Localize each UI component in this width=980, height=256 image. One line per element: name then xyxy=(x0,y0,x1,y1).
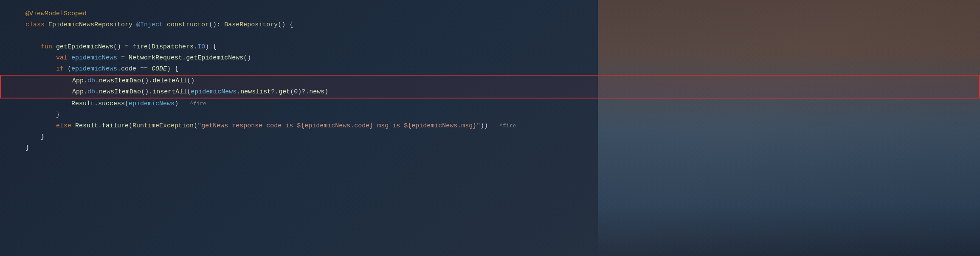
insert-all-method: insertAll xyxy=(152,87,187,97)
get-epidemic-method: getEpidemicNews xyxy=(186,53,243,63)
success-paren-close: ) xyxy=(175,99,190,109)
caret-fire-2: ^fire xyxy=(499,122,516,131)
delete-all-method: deleteAll xyxy=(152,76,187,86)
success-paren-open: ( xyxy=(125,99,129,109)
code-line-4: fun getEpidemicNews() = fire(Dispatchers… xyxy=(0,42,980,53)
failure-method: failure xyxy=(102,121,129,131)
get-paren: (0)?. xyxy=(290,87,309,97)
bracket-close-3: } xyxy=(25,143,29,153)
dot-1: . xyxy=(194,42,197,52)
method-paren: () = xyxy=(113,42,132,52)
app-ref: App xyxy=(72,76,84,86)
exception-paren: ( xyxy=(194,121,197,131)
code-line-1: @ViewModelScoped xyxy=(0,8,980,20)
fire-paren: ( xyxy=(148,42,152,52)
indent-1b xyxy=(25,132,41,142)
indent-2d xyxy=(25,121,56,131)
network-request-ref: NetworkRequest xyxy=(129,53,182,63)
io-ref: IO xyxy=(197,42,205,52)
success-method: success xyxy=(98,99,125,109)
val-keyword: val xyxy=(56,53,71,63)
caret-fire-1: ^fire xyxy=(190,100,206,109)
code-line-8: App.db.newsItemDao().insertAll(epidemicN… xyxy=(0,87,980,98)
equals-1: = xyxy=(117,53,129,63)
base-class: BaseRepository xyxy=(224,20,278,30)
epidemic-success-ref: epidemicNews xyxy=(129,99,175,109)
db-ref: db xyxy=(87,76,95,86)
newslist-ref: newslist xyxy=(240,87,271,97)
runtime-exception: RuntimeException xyxy=(132,121,194,131)
fun-keyword: fun xyxy=(41,42,56,52)
indent-2c xyxy=(25,110,56,120)
bracket-close-1: } xyxy=(56,110,60,120)
get-method: get xyxy=(279,87,290,97)
indent-3c xyxy=(25,99,71,109)
news-item-dao-delete: newsItemDao xyxy=(99,76,141,86)
if-keyword: if xyxy=(56,64,68,74)
dao-paren-2: (). xyxy=(141,87,152,97)
code-line-13: } xyxy=(0,143,980,154)
else-keyword: else xyxy=(56,121,75,131)
inject-decorator: @Inject xyxy=(136,20,167,30)
epidemic-code-ref: epidemicNews xyxy=(71,64,117,74)
dispatchers-ref: Dispatchers xyxy=(152,42,194,52)
code-line-10: } xyxy=(0,110,980,121)
news-item-dao-insert: newsItemDao xyxy=(99,87,141,97)
insert-paren-open: ( xyxy=(187,87,191,97)
result-failure-ref: Result xyxy=(75,121,98,131)
delete-paren: () xyxy=(187,76,194,86)
class-keyword: class xyxy=(25,20,48,30)
optional-1: ?. xyxy=(271,87,279,97)
code-line-5: val epidemicNews = NetworkRequest.getEpi… xyxy=(0,53,980,64)
exception-close: )) xyxy=(480,121,499,131)
dao-paren: (). xyxy=(141,76,152,86)
dot-7: . xyxy=(95,87,99,97)
code-const: CODE xyxy=(152,64,167,74)
paren-open: (): xyxy=(209,20,224,30)
epidemic-news-var: epidemicNews xyxy=(71,53,117,63)
code-line-6: if (epidemicNews.code == CODE) { xyxy=(0,64,980,75)
dot-9: . xyxy=(94,99,98,109)
dot-8: . xyxy=(237,87,240,97)
dot-5: . xyxy=(95,76,99,86)
if-paren-open: ( xyxy=(68,64,71,74)
indent-1 xyxy=(25,42,41,52)
string-literal: "getNews response code is ${epidemicNews… xyxy=(197,121,480,131)
dot-10: . xyxy=(98,121,102,131)
code-line-12: } xyxy=(0,132,980,143)
annotation-decorator: @ViewModelScoped xyxy=(25,9,87,19)
fire-close: ) { xyxy=(205,42,217,52)
code-line-9: Result.success(epidemicNews) ^fire xyxy=(0,98,980,110)
app-ref-2: App xyxy=(72,87,84,97)
code-line-7: App.db.newsItemDao().deleteAll() xyxy=(0,75,980,87)
indent-2b xyxy=(25,64,56,74)
insert-paren-close: ) xyxy=(324,87,328,97)
code-line-3 xyxy=(0,31,980,42)
failure-paren: ( xyxy=(129,121,132,131)
fire-call: fire xyxy=(132,42,148,52)
method-call-paren: () xyxy=(243,53,251,63)
dot-6: . xyxy=(84,87,87,97)
if-paren-close: ) { xyxy=(167,64,178,74)
dot-4: . xyxy=(84,76,87,86)
code-editor: @ViewModelScoped class EpidemicNewsRepos… xyxy=(0,0,980,162)
code-line-11: else Result.failure(RuntimeException("ge… xyxy=(0,121,980,132)
dot-3: .code == xyxy=(117,64,152,74)
indent-2 xyxy=(25,53,56,63)
result-ref: Result xyxy=(71,99,94,109)
db-ref-2: db xyxy=(87,87,95,97)
epidemic-newslist-ref: epidemicNews xyxy=(191,87,237,97)
indent-3b xyxy=(26,87,72,97)
method-name: getEpidemicNews xyxy=(56,42,113,52)
class-name: EpidemicNewsRepository xyxy=(48,20,136,30)
indent-3 xyxy=(26,76,72,86)
constructor-keyword: constructor xyxy=(167,20,209,30)
dot-2: . xyxy=(182,53,186,63)
news-ref: news xyxy=(309,87,324,97)
base-paren: () { xyxy=(278,20,293,30)
bracket-close-2: } xyxy=(41,132,45,142)
code-line-2: class EpidemicNewsRepository @Inject con… xyxy=(0,20,980,31)
